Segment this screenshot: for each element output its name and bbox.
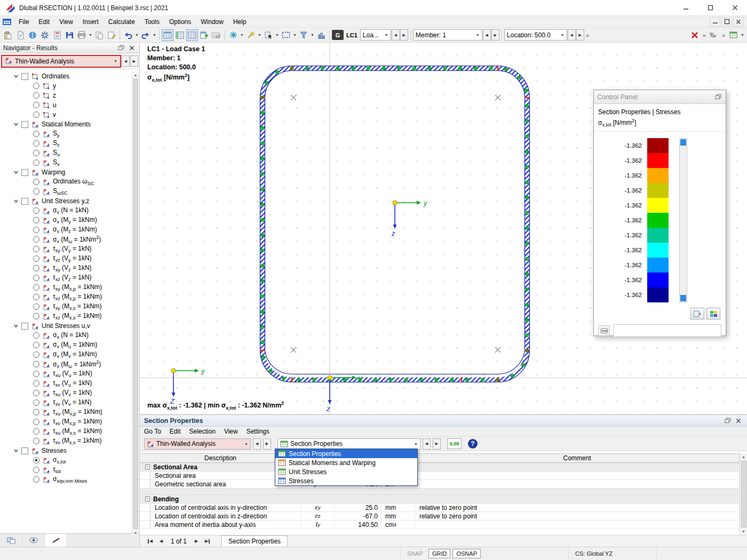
load-case-combo[interactable]: Loa...▼ xyxy=(360,29,391,41)
nav-item-ordinates-sc[interactable]: Ordinates ωSC xyxy=(0,177,131,187)
tables-icon[interactable] xyxy=(727,29,739,41)
menu-help[interactable]: Help xyxy=(228,16,251,27)
table-menu-view[interactable]: View xyxy=(220,427,242,436)
radio-button[interactable] xyxy=(33,217,39,223)
menu-tools[interactable]: Tools xyxy=(140,16,164,27)
radio-button[interactable] xyxy=(33,380,39,387)
prev-category-button[interactable]: ◀ xyxy=(122,55,130,67)
undo-icon[interactable] xyxy=(122,29,134,41)
radio-button[interactable] xyxy=(33,179,39,185)
edit-notes-icon[interactable] xyxy=(106,29,117,41)
radio-button[interactable] xyxy=(33,236,39,243)
nav-item-sz[interactable]: Sz xyxy=(0,139,131,148)
nav-item-x-tot[interactable]: σx,tot xyxy=(0,455,131,465)
menu-window[interactable]: Window xyxy=(196,16,228,27)
nav-item-xu-mx-p-1knm[interactable]: τxu (Mx,p = 1kNm) xyxy=(0,407,131,417)
nav-item-xu-vu-1kn[interactable]: τxu (Vu = 1kN) xyxy=(0,369,131,379)
document-icon[interactable] xyxy=(0,18,14,26)
prev-table-button[interactable]: ◀ xyxy=(423,438,431,450)
results-overflow-icon[interactable]: » xyxy=(702,32,707,38)
menu-file[interactable]: File xyxy=(14,16,34,27)
menu-view[interactable]: View xyxy=(54,16,78,27)
dropdown-item-section-properties[interactable]: Section Properties xyxy=(275,449,417,458)
radio-button[interactable] xyxy=(33,275,39,281)
dlubal-online-icon[interactable] xyxy=(27,29,38,41)
table-view-2-icon[interactable] xyxy=(174,29,186,41)
slider-handle-bottom[interactable] xyxy=(680,295,686,301)
redo-dropdown-icon[interactable]: ▼ xyxy=(152,33,157,37)
chevron-down-icon[interactable]: ▼ xyxy=(559,33,565,37)
nav-item-s-sc[interactable]: SωSC xyxy=(0,187,131,196)
undo-dropdown-icon[interactable]: ▼ xyxy=(134,33,139,37)
first-page-button[interactable]: ◀ xyxy=(145,537,155,546)
table-group-sectional-area[interactable]: −Sectional Area xyxy=(140,463,740,471)
clear-results-icon[interactable] xyxy=(689,29,701,41)
collapse-box[interactable]: − xyxy=(145,497,150,501)
nav-group-unit-stresses-y-z[interactable]: Unit Stresses y,z xyxy=(0,196,131,206)
menu-edit[interactable]: Edit xyxy=(34,16,54,27)
group-checkbox[interactable] xyxy=(21,73,28,80)
tab-data-navigator[interactable] xyxy=(0,534,22,547)
chevron-down-icon[interactable]: ▼ xyxy=(383,33,388,37)
nav-item-xy-vy-1kn[interactable]: τxy (Vy = 1kN) xyxy=(0,244,131,254)
collapse-icon[interactable] xyxy=(13,170,19,175)
table-view-1-icon[interactable] xyxy=(162,29,173,41)
last-page-button[interactable]: ▶ xyxy=(203,537,212,546)
radio-button[interactable] xyxy=(33,246,39,252)
print-icon[interactable] xyxy=(76,29,88,41)
tab-section-properties[interactable]: Section Properties xyxy=(221,535,288,547)
nav-item-x-n-1kn[interactable]: σx (N = 1kN) xyxy=(0,331,131,340)
radio-button[interactable] xyxy=(33,140,39,147)
collapse-icon[interactable] xyxy=(13,122,19,127)
nav-item-xy-mx-p-1knm[interactable]: τxy (Mx,p = 1kNm) xyxy=(0,283,131,292)
radio-button[interactable] xyxy=(33,438,39,444)
radio-button[interactable] xyxy=(33,371,39,377)
table-export-icon[interactable] xyxy=(198,29,210,41)
radio-button[interactable] xyxy=(33,419,39,425)
close-table-icon[interactable] xyxy=(734,417,743,425)
next-member-button[interactable]: ▶ xyxy=(491,29,499,41)
radio-button[interactable] xyxy=(33,476,39,483)
prev-load-case-button[interactable]: ◀ xyxy=(392,29,400,41)
filter-dropdown-icon[interactable]: ▼ xyxy=(310,33,315,37)
results-category-combo[interactable]: Thin-Walled Analysis ▼ xyxy=(1,55,121,68)
prev-member-button[interactable]: ◀ xyxy=(483,29,491,41)
shear-center-icon[interactable]: +SC xyxy=(211,29,222,41)
tab-results-navigator[interactable] xyxy=(45,534,67,547)
table-menu-go-to[interactable]: Go To xyxy=(140,427,165,436)
scroll-up-icon[interactable]: ▲ xyxy=(742,453,745,460)
radio-button[interactable] xyxy=(33,313,39,319)
next-location-button[interactable]: ▶ xyxy=(576,29,584,41)
collapse-icon[interactable] xyxy=(13,323,19,329)
new-document-icon[interactable] xyxy=(14,29,26,41)
collapse-icon[interactable] xyxy=(13,74,19,79)
table-row-location-of-centroidal-axis-in-z-direction[interactable]: Location of centroidal axis in z-directi… xyxy=(140,512,740,521)
radio-button[interactable] xyxy=(33,159,39,166)
radio-button[interactable] xyxy=(33,255,39,262)
nav-item-x-m-1knm2[interactable]: σx (Mω = 1kNm2) xyxy=(0,359,131,369)
radio-button[interactable] xyxy=(33,188,39,195)
tab-display-navigator[interactable] xyxy=(22,534,45,547)
collapse-icon[interactable] xyxy=(13,448,19,453)
table-menu-settings[interactable]: Settings xyxy=(242,427,274,436)
nav-item-u[interactable]: u xyxy=(0,100,131,110)
palette-button[interactable] xyxy=(598,325,610,336)
table-row-sectional-area[interactable]: Sectional area xyxy=(140,471,740,480)
radio-button[interactable] xyxy=(33,467,39,473)
nav-item-z[interactable]: z xyxy=(0,91,131,100)
radio-button[interactable] xyxy=(33,83,39,89)
radio-button[interactable] xyxy=(33,399,39,406)
redo-icon[interactable] xyxy=(140,29,152,41)
scale-overflow-icon[interactable]: » xyxy=(721,32,726,38)
radio-button[interactable] xyxy=(33,150,39,156)
nav-item-xu-mx-s-1knm[interactable]: τxu (Mx,s = 1kNm) xyxy=(0,427,131,436)
prev-page-button[interactable]: ◀ xyxy=(156,537,166,546)
prev-analysis-button[interactable]: ◀ xyxy=(253,438,261,450)
nav-item-v[interactable]: v xyxy=(0,110,131,119)
radio-button[interactable] xyxy=(33,111,39,118)
scroll-down-icon[interactable]: ▼ xyxy=(742,528,745,535)
dropdown-item-stresses[interactable]: Stresses xyxy=(275,476,417,485)
osnap-toggle[interactable]: OSNAP xyxy=(452,549,481,558)
nav-item-x-mv-1knm[interactable]: σx (Mv = 1kNm) xyxy=(0,350,131,359)
collapse-box[interactable]: − xyxy=(145,465,150,469)
